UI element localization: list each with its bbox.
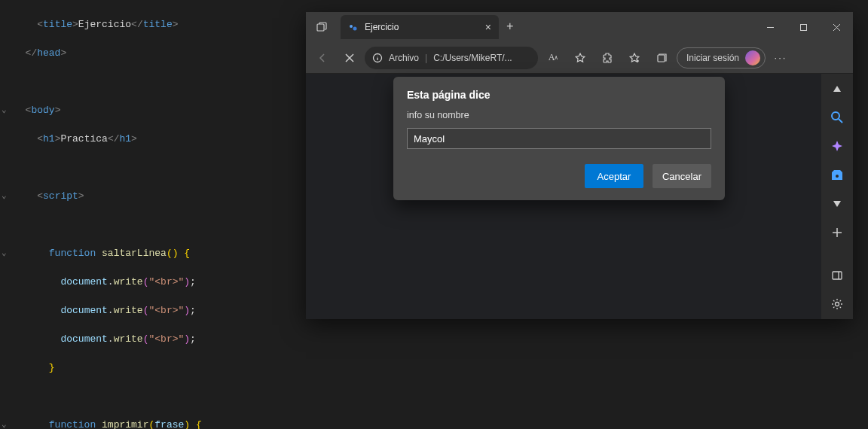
tab-title: Ejercicio bbox=[365, 22, 399, 32]
sidebar-search-icon[interactable] bbox=[828, 110, 846, 125]
dialog-cancel-button[interactable]: Cancelar bbox=[653, 164, 711, 188]
tag-head-close: head bbox=[37, 47, 60, 59]
svg-point-2 bbox=[353, 27, 357, 31]
minimize-button[interactable] bbox=[753, 12, 787, 42]
sidebar-collapse-icon[interactable] bbox=[828, 81, 846, 96]
svg-rect-4 bbox=[800, 24, 806, 30]
fn-saltarlinea: saltarLinea bbox=[102, 248, 167, 259]
tab-favicon-icon bbox=[348, 22, 359, 32]
browser-window: Ejercicio × + Archivo | C:/Users/MikeRT/… bbox=[306, 12, 853, 319]
title-text: Ejercicio bbox=[78, 19, 131, 30]
fn-imprimir: imprimir bbox=[102, 419, 148, 429]
avatar bbox=[745, 50, 760, 65]
addr-separator: | bbox=[425, 53, 427, 63]
browser-content: Esta página dice info su nombre Aceptar … bbox=[306, 74, 853, 319]
addr-scheme: Archivo bbox=[389, 53, 419, 63]
svg-rect-20 bbox=[833, 272, 842, 279]
fold-chevron[interactable]: ⌄ bbox=[2, 418, 7, 429]
svg-point-17 bbox=[836, 175, 839, 178]
site-info-icon[interactable] bbox=[372, 53, 383, 63]
tag-script: script bbox=[43, 190, 78, 202]
window-close-button[interactable] bbox=[820, 12, 853, 42]
favorite-icon[interactable] bbox=[568, 46, 592, 70]
read-aloud-icon[interactable]: A٨ bbox=[541, 46, 565, 70]
tag-title-open: title bbox=[43, 19, 72, 30]
h1-text: Practica bbox=[60, 133, 107, 145]
settings-menu-icon[interactable]: ··· bbox=[769, 46, 793, 70]
dialog-input[interactable] bbox=[407, 128, 711, 149]
addr-path: C:/Users/MikeRT/... bbox=[433, 53, 512, 63]
extensions-icon[interactable] bbox=[595, 46, 619, 70]
tab-actions-icon[interactable] bbox=[310, 16, 333, 38]
svg-point-1 bbox=[350, 25, 353, 28]
browser-toolbar: Archivo | C:/Users/MikeRT/... A٨ Iniciar… bbox=[306, 42, 853, 74]
browser-sidebar bbox=[821, 74, 853, 319]
sidebar-copilot-icon[interactable] bbox=[828, 139, 846, 154]
dialog-ok-button[interactable]: Aceptar bbox=[585, 164, 643, 188]
sidebar-panel-icon[interactable] bbox=[828, 268, 846, 283]
prompt-dialog: Esta página dice info su nombre Aceptar … bbox=[393, 77, 725, 200]
svg-point-15 bbox=[832, 112, 839, 120]
dialog-title: Esta página dice bbox=[407, 89, 711, 101]
address-bar[interactable]: Archivo | C:/Users/MikeRT/... bbox=[365, 47, 538, 69]
sidebar-add-icon[interactable] bbox=[828, 225, 846, 240]
tab-close-icon[interactable]: × bbox=[485, 21, 491, 33]
svg-line-16 bbox=[839, 119, 842, 123]
back-button[interactable] bbox=[310, 46, 335, 70]
fold-chevron[interactable]: ⌄ bbox=[2, 103, 7, 117]
sidebar-shopping-icon[interactable] bbox=[828, 168, 846, 183]
browser-tab[interactable]: Ejercicio × bbox=[341, 15, 499, 39]
favorites-bar-icon[interactable] bbox=[622, 46, 646, 70]
signin-button[interactable]: Iniciar sesión bbox=[677, 47, 766, 68]
collections-icon[interactable] bbox=[649, 46, 674, 70]
tag-body: body bbox=[31, 105, 54, 116]
svg-point-22 bbox=[836, 302, 839, 306]
new-tab-button[interactable]: + bbox=[506, 20, 514, 34]
sidebar-expand-icon[interactable] bbox=[828, 196, 846, 211]
fold-chevron[interactable]: ⌄ bbox=[2, 189, 7, 203]
svg-rect-0 bbox=[317, 24, 324, 31]
maximize-button[interactable] bbox=[787, 12, 820, 42]
fold-chevron[interactable]: ⌄ bbox=[2, 246, 7, 260]
dialog-message: info su nombre bbox=[407, 110, 711, 120]
svg-rect-14 bbox=[658, 55, 665, 62]
stop-reload-button[interactable] bbox=[338, 46, 362, 70]
signin-label: Iniciar sesión bbox=[686, 53, 739, 63]
sidebar-settings-icon[interactable] bbox=[828, 297, 846, 312]
browser-titlebar: Ejercicio × + bbox=[306, 12, 853, 42]
